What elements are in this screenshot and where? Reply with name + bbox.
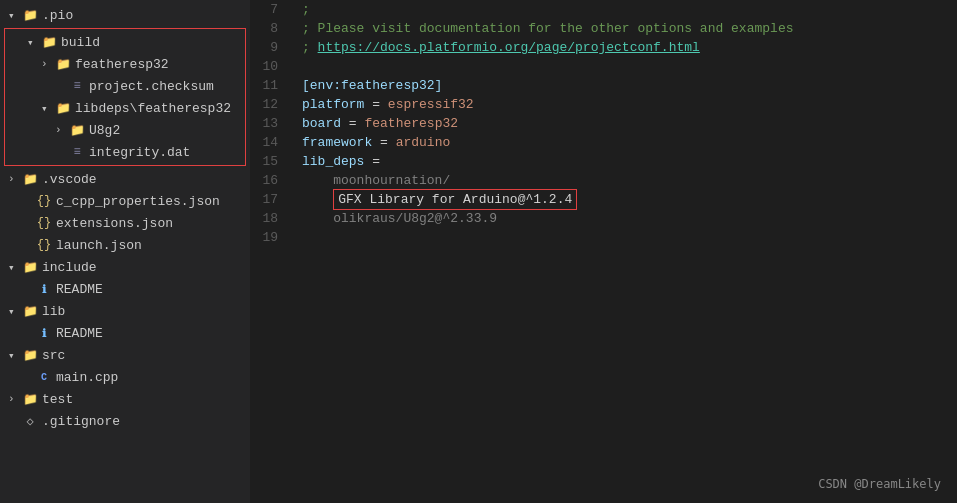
cpp-icon: C [36,372,52,383]
sidebar-item-include-readme[interactable]: ℹ README [0,278,250,300]
line-number: 19 [250,228,278,247]
folder-icon: 📁 [55,57,71,72]
build-box: 📁 build 📁 featheresp32 ≡ project.checksu… [4,28,246,166]
sidebar-item-label: README [56,326,103,341]
line-number: 16 [250,171,278,190]
chevron-icon [41,102,55,115]
sidebar-item-featheresp32[interactable]: 📁 featheresp32 [5,53,245,75]
gfx-library-highlight: GFX Library for Arduino@^1.2.4 [333,189,577,210]
sidebar-item-u8g2[interactable]: 📁 U8g2 [5,119,245,141]
folder-icon: 📁 [22,304,38,319]
folder-icon: 📁 [55,101,71,116]
code-token: framework [302,133,372,152]
code-token: espressif32 [388,95,474,114]
sidebar-item-vscode[interactable]: 📁 .vscode [0,168,250,190]
code-token: board [302,114,341,133]
code-token: platform [302,95,364,114]
code-token: moonhournation/ [302,171,450,190]
sidebar-item-include[interactable]: 📁 include [0,256,250,278]
sidebar-item-label: src [42,348,65,363]
watermark: CSDN @DreamLikely [818,477,941,491]
diamond-icon: ◇ [22,414,38,429]
sidebar-item-label: .gitignore [42,414,120,429]
code-line-9: ; https://docs.platformio.org/page/proje… [302,38,957,57]
sidebar-item-label: extensions.json [56,216,173,231]
info-icon: ℹ [36,327,52,340]
code-token: = [341,114,364,133]
sidebar-item-label: main.cpp [56,370,118,385]
folder-icon: 📁 [22,8,38,23]
file-icon: ≡ [69,79,85,93]
chevron-icon [8,349,22,362]
code-editor: 7 8 9 10 11 12 13 14 15 16 17 18 19 ; ; … [250,0,957,503]
line-number: 8 [250,19,278,38]
json-icon: {} [36,238,52,252]
json-icon: {} [36,194,52,208]
code-line-11: [env:featheresp32] [302,76,957,95]
chevron-icon [41,58,55,70]
chevron-icon [8,305,22,318]
sidebar-item-lib-readme[interactable]: ℹ README [0,322,250,344]
sidebar-item-label: .vscode [42,172,97,187]
code-content[interactable]: ; ; Please visit documentation for the o… [286,0,957,503]
code-token [302,190,333,209]
line-number: 17 [250,190,278,209]
sidebar-item-label: integrity.dat [89,145,190,160]
code-line-17: GFX Library for Arduino@^1.2.4 [302,190,957,209]
info-icon: ℹ [36,283,52,296]
folder-icon: 📁 [22,348,38,363]
code-token: GFX Library for Arduino@^1.2.4 [338,190,572,209]
code-token: = [372,133,395,152]
code-token: = [364,152,380,171]
code-token: = [364,95,387,114]
code-line-10 [302,57,957,76]
sidebar-item-launch-json[interactable]: {} launch.json [0,234,250,256]
code-token: arduino [396,133,451,152]
sidebar-item-label: test [42,392,73,407]
sidebar-item-main-cpp[interactable]: C main.cpp [0,366,250,388]
sidebar-item-build[interactable]: 📁 build [5,31,245,53]
sidebar-item-lib[interactable]: 📁 lib [0,300,250,322]
sidebar-item-src[interactable]: 📁 src [0,344,250,366]
code-line-7: ; [302,0,957,19]
sidebar-item-cpp-properties[interactable]: {} c_cpp_properties.json [0,190,250,212]
line-number: 15 [250,152,278,171]
line-number: 14 [250,133,278,152]
sidebar-item-project-checksum[interactable]: ≡ project.checksum [5,75,245,97]
sidebar-item-label: lib [42,304,65,319]
chevron-icon [8,173,22,185]
code-token: [env:featheresp32] [302,76,442,95]
code-token: olikraus/U8g2@^2.33.9 [302,209,497,228]
code-token: ; [302,38,318,57]
sidebar-item-integrity-dat[interactable]: ≡ integrity.dat [5,141,245,163]
sidebar-item-extensions-json[interactable]: {} extensions.json [0,212,250,234]
sidebar-item-label: build [61,35,100,50]
line-number: 7 [250,0,278,19]
code-line-13: board = featheresp32 [302,114,957,133]
code-token: featheresp32 [364,114,458,133]
folder-icon: 📁 [69,123,85,138]
line-numbers: 7 8 9 10 11 12 13 14 15 16 17 18 19 [250,0,286,503]
sidebar-item-label: launch.json [56,238,142,253]
sidebar-item-label: c_cpp_properties.json [56,194,220,209]
sidebar-item-label: include [42,260,97,275]
sidebar-item-pio[interactable]: 📁 .pio [0,4,250,26]
code-line-12: platform = espressif32 [302,95,957,114]
code-url: https://docs.platformio.org/page/project… [318,38,700,57]
sidebar-item-test[interactable]: 📁 test [0,388,250,410]
file-icon: ≡ [69,145,85,159]
sidebar-item-label: U8g2 [89,123,120,138]
sidebar-item-gitignore[interactable]: ◇ .gitignore [0,410,250,432]
file-explorer: 📁 .pio 📁 build 📁 featheresp32 ≡ project.… [0,0,250,503]
json-icon: {} [36,216,52,230]
code-token: ; Please visit documentation for the oth… [302,19,793,38]
code-line-14: framework = arduino [302,133,957,152]
folder-icon: 📁 [22,260,38,275]
sidebar-item-libdeps[interactable]: 📁 libdeps\featheresp32 [5,97,245,119]
folder-icon: 📁 [41,35,57,50]
line-number: 11 [250,76,278,95]
sidebar-item-label: README [56,282,103,297]
line-number: 10 [250,57,278,76]
code-line-19 [302,228,957,247]
code-line-8: ; Please visit documentation for the oth… [302,19,957,38]
